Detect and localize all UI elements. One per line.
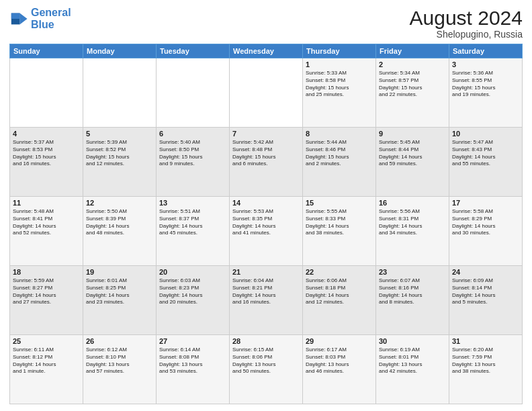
calendar-cell: 22Sunrise: 6:06 AM Sunset: 8:18 PM Dayli… <box>303 266 376 335</box>
day-info: Sunrise: 5:51 AM Sunset: 8:37 PM Dayligh… <box>159 208 226 237</box>
title-block: August 2024 Shelopugino, Russia <box>410 7 523 40</box>
calendar-cell: 26Sunrise: 6:12 AM Sunset: 8:10 PM Dayli… <box>83 335 157 404</box>
col-thursday: Thursday <box>303 44 376 58</box>
calendar-cell: 23Sunrise: 6:07 AM Sunset: 8:16 PM Dayli… <box>376 266 449 335</box>
calendar-cell: 3Sunrise: 5:36 AM Sunset: 8:55 PM Daylig… <box>449 58 523 128</box>
day-number: 25 <box>13 337 80 345</box>
day-number: 19 <box>86 268 153 276</box>
day-number: 11 <box>13 199 80 207</box>
day-info: Sunrise: 6:07 AM Sunset: 8:16 PM Dayligh… <box>379 277 446 306</box>
logo-icon <box>9 9 28 28</box>
calendar-week-2: 4Sunrise: 5:37 AM Sunset: 8:53 PM Daylig… <box>10 128 523 197</box>
logo: General Blue <box>9 7 71 30</box>
col-friday: Friday <box>376 44 449 58</box>
day-number: 6 <box>159 130 226 138</box>
calendar-week-4: 18Sunrise: 5:59 AM Sunset: 8:27 PM Dayli… <box>10 266 523 335</box>
day-number: 23 <box>379 268 446 276</box>
calendar-cell: 15Sunrise: 5:55 AM Sunset: 8:33 PM Dayli… <box>303 197 376 266</box>
day-info: Sunrise: 6:01 AM Sunset: 8:25 PM Dayligh… <box>86 277 153 306</box>
day-number: 24 <box>452 268 519 276</box>
day-info: Sunrise: 5:39 AM Sunset: 8:52 PM Dayligh… <box>86 139 153 168</box>
col-sunday: Sunday <box>10 44 83 58</box>
calendar-cell <box>230 58 303 128</box>
day-number: 3 <box>452 60 519 68</box>
day-info: Sunrise: 5:55 AM Sunset: 8:33 PM Dayligh… <box>306 208 373 237</box>
logo-line2: Blue <box>31 19 54 30</box>
svg-rect-3 <box>11 13 20 18</box>
day-number: 22 <box>306 268 373 276</box>
day-number: 14 <box>232 199 300 207</box>
day-number: 9 <box>379 130 446 138</box>
day-info: Sunrise: 6:20 AM Sunset: 7:59 PM Dayligh… <box>452 347 519 375</box>
calendar-cell: 16Sunrise: 5:56 AM Sunset: 8:31 PM Dayli… <box>376 197 449 266</box>
day-number: 28 <box>232 337 300 345</box>
day-info: Sunrise: 6:11 AM Sunset: 8:12 PM Dayligh… <box>13 347 80 375</box>
day-info: Sunrise: 5:33 AM Sunset: 8:58 PM Dayligh… <box>306 70 373 99</box>
day-number: 2 <box>379 60 446 68</box>
col-wednesday: Wednesday <box>230 44 303 58</box>
day-number: 29 <box>306 337 373 345</box>
calendar-week-1: 1Sunrise: 5:33 AM Sunset: 8:58 PM Daylig… <box>10 58 523 128</box>
calendar-week-5: 25Sunrise: 6:11 AM Sunset: 8:12 PM Dayli… <box>10 335 523 404</box>
calendar-cell: 1Sunrise: 5:33 AM Sunset: 8:58 PM Daylig… <box>303 58 376 128</box>
day-info: Sunrise: 5:58 AM Sunset: 8:29 PM Dayligh… <box>452 208 519 237</box>
day-info: Sunrise: 6:06 AM Sunset: 8:18 PM Dayligh… <box>306 277 373 306</box>
calendar-cell: 5Sunrise: 5:39 AM Sunset: 8:52 PM Daylig… <box>83 128 157 197</box>
title-location: Shelopugino, Russia <box>410 29 523 40</box>
calendar-cell: 14Sunrise: 5:53 AM Sunset: 8:35 PM Dayli… <box>230 197 303 266</box>
day-number: 1 <box>306 60 373 68</box>
day-info: Sunrise: 5:50 AM Sunset: 8:39 PM Dayligh… <box>86 208 153 237</box>
calendar-cell: 9Sunrise: 5:45 AM Sunset: 8:44 PM Daylig… <box>376 128 449 197</box>
col-monday: Monday <box>83 44 157 58</box>
calendar-cell: 11Sunrise: 5:48 AM Sunset: 8:41 PM Dayli… <box>10 197 83 266</box>
calendar-cell: 21Sunrise: 6:04 AM Sunset: 8:21 PM Dayli… <box>230 266 303 335</box>
day-info: Sunrise: 6:15 AM Sunset: 8:06 PM Dayligh… <box>232 347 300 375</box>
day-number: 10 <box>452 130 519 138</box>
calendar-cell: 4Sunrise: 5:37 AM Sunset: 8:53 PM Daylig… <box>10 128 83 197</box>
day-number: 18 <box>13 268 80 276</box>
day-info: Sunrise: 5:37 AM Sunset: 8:53 PM Dayligh… <box>13 139 80 168</box>
calendar-cell: 25Sunrise: 6:11 AM Sunset: 8:12 PM Dayli… <box>10 335 83 404</box>
day-info: Sunrise: 5:34 AM Sunset: 8:57 PM Dayligh… <box>379 70 446 99</box>
calendar-cell: 12Sunrise: 5:50 AM Sunset: 8:39 PM Dayli… <box>83 197 157 266</box>
day-number: 17 <box>452 199 519 207</box>
header-row: Sunday Monday Tuesday Wednesday Thursday… <box>10 44 523 58</box>
calendar-table: Sunday Monday Tuesday Wednesday Thursday… <box>9 44 523 404</box>
col-saturday: Saturday <box>449 44 523 58</box>
day-number: 31 <box>452 337 519 345</box>
day-number: 21 <box>232 268 300 276</box>
calendar-cell: 10Sunrise: 5:47 AM Sunset: 8:43 PM Dayli… <box>449 128 523 197</box>
day-number: 15 <box>306 199 373 207</box>
calendar-cell: 24Sunrise: 6:09 AM Sunset: 8:14 PM Dayli… <box>449 266 523 335</box>
calendar-cell <box>157 58 230 128</box>
calendar-cell: 8Sunrise: 5:44 AM Sunset: 8:46 PM Daylig… <box>303 128 376 197</box>
calendar-cell <box>10 58 83 128</box>
day-info: Sunrise: 6:14 AM Sunset: 8:08 PM Dayligh… <box>159 347 226 375</box>
day-number: 16 <box>379 199 446 207</box>
calendar-container: General Blue August 2024 Shelopugino, Ru… <box>0 0 532 411</box>
day-number: 27 <box>159 337 226 345</box>
calendar-cell: 28Sunrise: 6:15 AM Sunset: 8:06 PM Dayli… <box>230 335 303 404</box>
day-number: 4 <box>13 130 80 138</box>
day-info: Sunrise: 6:04 AM Sunset: 8:21 PM Dayligh… <box>232 277 300 306</box>
day-info: Sunrise: 5:42 AM Sunset: 8:48 PM Dayligh… <box>232 139 300 168</box>
calendar-cell: 30Sunrise: 6:19 AM Sunset: 8:01 PM Dayli… <box>376 335 449 404</box>
day-info: Sunrise: 6:17 AM Sunset: 8:03 PM Dayligh… <box>306 347 373 375</box>
calendar-cell: 2Sunrise: 5:34 AM Sunset: 8:57 PM Daylig… <box>376 58 449 128</box>
calendar-cell: 19Sunrise: 6:01 AM Sunset: 8:25 PM Dayli… <box>83 266 157 335</box>
day-number: 8 <box>306 130 373 138</box>
day-info: Sunrise: 5:40 AM Sunset: 8:50 PM Dayligh… <box>159 139 226 168</box>
day-info: Sunrise: 5:36 AM Sunset: 8:55 PM Dayligh… <box>452 70 519 99</box>
calendar-cell: 17Sunrise: 5:58 AM Sunset: 8:29 PM Dayli… <box>449 197 523 266</box>
title-month: August 2024 <box>410 7 523 29</box>
day-info: Sunrise: 5:47 AM Sunset: 8:43 PM Dayligh… <box>452 139 519 168</box>
day-info: Sunrise: 5:44 AM Sunset: 8:46 PM Dayligh… <box>306 139 373 168</box>
calendar-week-3: 11Sunrise: 5:48 AM Sunset: 8:41 PM Dayli… <box>10 197 523 266</box>
day-number: 26 <box>86 337 153 345</box>
logo-text: General Blue <box>31 7 71 30</box>
day-info: Sunrise: 5:56 AM Sunset: 8:31 PM Dayligh… <box>379 208 446 237</box>
calendar-cell: 6Sunrise: 5:40 AM Sunset: 8:50 PM Daylig… <box>157 128 230 197</box>
calendar-cell: 20Sunrise: 6:03 AM Sunset: 8:23 PM Dayli… <box>157 266 230 335</box>
day-number: 12 <box>86 199 153 207</box>
calendar-cell: 27Sunrise: 6:14 AM Sunset: 8:08 PM Dayli… <box>157 335 230 404</box>
